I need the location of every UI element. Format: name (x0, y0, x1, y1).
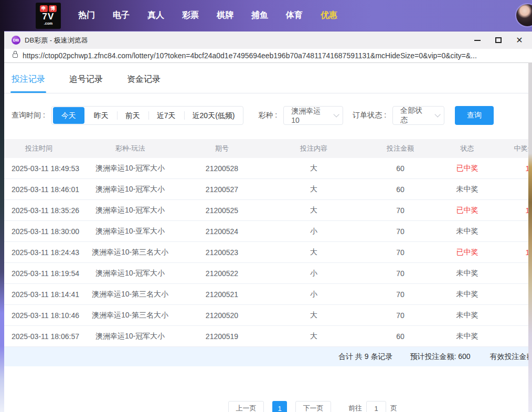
column-header: 投注时间 (4, 144, 83, 153)
cell-bet-amount: 70 (361, 248, 440, 257)
page-unit-label: 页 (390, 404, 397, 412)
cell-bet-amount: 70 (361, 206, 440, 215)
user-avatar[interactable] (515, 3, 532, 27)
tab-chase-records[interactable]: 追号记录 (69, 74, 103, 93)
close-icon: ✕ (516, 36, 523, 45)
page-url: https://ctop02pchwp1.zfnc84.com/lottery/… (23, 51, 477, 60)
cell-win-amount: 1 (495, 248, 532, 257)
logo-suffix-text: .com (44, 22, 52, 26)
time-filter-label: 查询时间 : (12, 111, 45, 120)
cell-game-play: 澳洲幸运10-冠军大小 (83, 332, 177, 341)
query-button[interactable]: 查询 (455, 106, 494, 125)
cell-game-play: 澳洲幸运10-第三名大小 (83, 248, 177, 257)
cell-game-play: 澳洲幸运10-冠军大小 (83, 206, 177, 215)
next-page-button[interactable]: 下一页 (295, 401, 331, 412)
site-logo[interactable]: 申 博 7V .com (36, 3, 61, 29)
cell-bet-amount: 70 (361, 290, 440, 299)
time-filter-option[interactable]: 近7天 (148, 107, 184, 124)
browser-window: DB DB彩票 - 极速浏览器 ✕ https://ctop02pchwp1.z… (4, 31, 532, 412)
close-button[interactable]: ✕ (512, 34, 527, 47)
cell-issue-number: 21200520 (177, 311, 267, 320)
cell-issue-number: 21200519 (177, 332, 267, 341)
table-header: 投注时间彩种-玩法期号投注内容投注金额状态中奖金额 (4, 139, 532, 158)
column-header: 期号 (177, 144, 267, 153)
lottery-filter-label: 彩种 : (258, 111, 277, 120)
chevron-down-icon (334, 111, 339, 117)
cell-bet-content: 大 (267, 332, 361, 341)
nav-item-lottery[interactable]: 彩票 (182, 10, 199, 21)
cell-bet-content: 大 (267, 248, 361, 257)
site-navbar: 申 博 7V .com 热门电子真人彩票棋牌捕鱼体育优惠 (0, 0, 532, 31)
nav-item-promotions[interactable]: 优惠 (321, 10, 337, 21)
filter-bar: 查询时间 : 今天昨天前天近7天近20天(低频) 彩种 : 澳洲幸运10 订单状… (12, 106, 532, 125)
cell-bet-time: 2025-03-11 18:19:54 (4, 269, 83, 278)
window-controls: ✕ (470, 34, 532, 47)
goto-page-input[interactable] (366, 401, 386, 412)
address-bar[interactable]: https://ctop02pchwp1.zfnc84.com/lottery/… (4, 49, 532, 63)
current-page-button[interactable]: 1 (272, 401, 287, 412)
minimize-button[interactable] (470, 34, 485, 47)
desktop-screen: 申 博 7V .com 热门电子真人彩票棋牌捕鱼体育优惠 DB DB彩票 - 极… (0, 0, 532, 412)
cell-bet-time: 2025-03-11 18:10:46 (4, 311, 83, 320)
nav-item-live[interactable]: 真人 (147, 10, 164, 21)
cell-bet-content: 大 (267, 164, 361, 173)
cell-bet-time: 2025-03-11 18:14:41 (4, 290, 83, 299)
cell-bet-content: 大 (267, 185, 361, 194)
maximize-button[interactable] (491, 34, 506, 47)
table-row: 2025-03-11 18:10:46澳洲幸运10-第三名大小21200520大… (4, 305, 532, 326)
cell-bet-content: 大 (267, 311, 361, 320)
lottery-select[interactable]: 澳洲幸运10 (283, 106, 343, 125)
cell-status: 未中奖 (440, 227, 495, 236)
cell-bet-amount: 60 (361, 332, 440, 341)
time-filter-option[interactable]: 前天 (117, 107, 148, 124)
column-header: 彩种-玩法 (83, 144, 177, 153)
cell-status: 未中奖 (440, 311, 495, 320)
order-status-select[interactable]: 全部状态 (392, 106, 444, 125)
cell-issue-number: 21200528 (177, 164, 267, 173)
column-header: 状态 (440, 144, 495, 153)
goto-page-label: 前往 (348, 404, 362, 412)
cell-bet-content: 大 (267, 206, 361, 215)
browser-app-icon: DB (12, 36, 20, 45)
cell-bet-time: 2025-03-11 18:24:43 (4, 248, 83, 257)
table-row: 2025-03-11 18:19:54澳洲幸运10-冠军大小21200522小7… (4, 263, 532, 284)
time-filter-group: 今天昨天前天近7天近20天(低频) (51, 106, 244, 125)
record-tabs: 投注记录追号记录资金记录 (4, 63, 532, 93)
record-count: 合计 共 9 条记录 (338, 352, 392, 362)
nav-item-board-games[interactable]: 棋牌 (217, 10, 233, 21)
tab-fund-records[interactable]: 资金记录 (127, 74, 161, 93)
bet-records-table: 投注时间彩种-玩法期号投注内容投注金额状态中奖金额 2025-03-11 18:… (4, 139, 532, 366)
cell-bet-amount: 60 (361, 185, 440, 194)
time-filter-option[interactable]: 今天 (53, 107, 84, 124)
cell-bet-content: 小 (267, 269, 361, 278)
cell-bet-amount: 70 (361, 311, 440, 320)
time-filter-option[interactable]: 近20天(低频) (184, 107, 243, 124)
order-status-value: 全部状态 (400, 106, 429, 125)
minimize-icon (474, 40, 481, 41)
cell-bet-time: 2025-03-11 18:46:01 (4, 185, 83, 194)
tab-bet-records[interactable]: 投注记录 (12, 74, 45, 93)
valid-bet-total: 有效投注金额 (490, 352, 532, 362)
time-filter-option[interactable]: 昨天 (86, 107, 117, 124)
prev-page-button[interactable]: 上一页 (228, 401, 264, 412)
cell-status: 已中奖 (440, 164, 495, 173)
nav-item-hot[interactable]: 热门 (78, 10, 95, 21)
cell-bet-time: 2025-03-11 18:49:53 (4, 164, 83, 173)
column-header: 投注金额 (361, 144, 440, 153)
cell-status: 未中奖 (440, 269, 495, 278)
nav-item-fishing[interactable]: 捕鱼 (251, 10, 268, 21)
cell-issue-number: 21200521 (177, 290, 267, 299)
logo-red-tiles: 申 博 (40, 5, 57, 12)
cell-issue-number: 21200523 (177, 248, 267, 257)
logo-tile-2: 博 (49, 5, 57, 12)
nav-item-slots[interactable]: 电子 (113, 10, 130, 21)
cell-bet-time: 2025-03-11 18:35:26 (4, 206, 83, 215)
column-header: 中奖金额 (495, 144, 532, 153)
cell-bet-amount: 70 (361, 227, 440, 236)
table-row: 2025-03-11 18:14:41澳洲幸运10-第三名大小21200521小… (4, 284, 532, 305)
nav-item-sports[interactable]: 体育 (286, 10, 303, 21)
table-row: 2025-03-11 18:06:57澳洲幸运10-冠军大小21200519大6… (4, 326, 532, 347)
cell-game-play: 澳洲幸运10-冠军大小 (83, 164, 177, 173)
cell-status: 未中奖 (440, 185, 495, 194)
column-header: 投注内容 (267, 144, 361, 153)
